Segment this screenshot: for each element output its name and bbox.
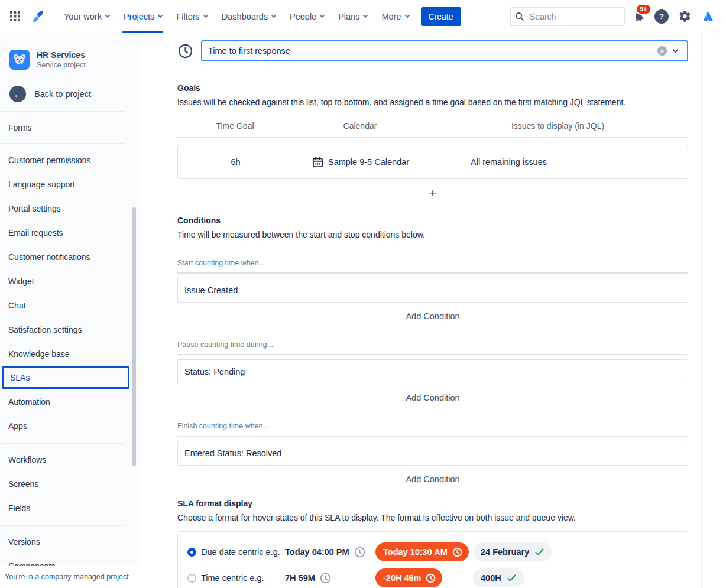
sidebar-item-satisfaction-settings[interactable]: Satisfaction settings bbox=[0, 317, 140, 342]
nav-item-more[interactable]: More bbox=[374, 0, 416, 33]
met-sla-pill: 400H bbox=[473, 568, 524, 587]
nav-item-projects[interactable]: Projects bbox=[116, 0, 169, 33]
divider bbox=[177, 272, 688, 274]
clear-icon[interactable]: × bbox=[657, 46, 667, 56]
start-condition-label: Start counting time when... bbox=[177, 259, 688, 267]
format-option-label: Due date centric e.g. bbox=[201, 547, 285, 557]
goals-table-header: Time Goal Calendar Issues to display (in… bbox=[177, 121, 688, 138]
format-description: Choose a format for hover states of this… bbox=[177, 513, 688, 522]
nav-item-people[interactable]: People bbox=[283, 0, 331, 33]
sla-clock-icon bbox=[177, 43, 193, 59]
column-jql: Issues to display (in JQL) bbox=[427, 121, 688, 131]
radio-selected-icon[interactable] bbox=[187, 548, 196, 557]
start-condition-value[interactable]: Issue Created bbox=[177, 278, 688, 303]
chevron-down-icon bbox=[363, 12, 368, 17]
chevron-down-icon bbox=[203, 12, 208, 17]
search-input[interactable] bbox=[510, 7, 625, 26]
notifications-button[interactable]: 9+ bbox=[628, 7, 649, 27]
settings-button[interactable] bbox=[675, 7, 695, 27]
format-example-text: Today 04:00 PM bbox=[285, 547, 349, 557]
clock-icon bbox=[452, 547, 463, 558]
sidebar-item-workflows[interactable]: Workflows bbox=[0, 447, 140, 472]
checkmark-icon bbox=[507, 573, 517, 583]
jira-logo-icon[interactable] bbox=[30, 9, 45, 24]
format-title: SLA format display bbox=[177, 499, 688, 508]
goal-row[interactable]: 6h Sample 9-5 Calendar All remaining iss… bbox=[177, 145, 688, 179]
add-pause-condition-button[interactable]: Add Condition bbox=[177, 393, 688, 402]
create-button[interactable]: Create bbox=[421, 7, 461, 26]
clock-icon bbox=[319, 572, 332, 584]
project-header: HR Services Service project bbox=[0, 50, 140, 70]
sidebar-item-fields[interactable]: Fields bbox=[0, 496, 140, 520]
sidebar-divider bbox=[2, 443, 125, 444]
gear-icon bbox=[678, 9, 692, 23]
project-type: Service project bbox=[37, 61, 86, 69]
add-finish-condition-button[interactable]: Add Condition bbox=[177, 475, 688, 484]
goal-calendar: Sample 9-5 Calendar bbox=[328, 157, 409, 167]
sidebar-item-customer-notifications[interactable]: Customer notifications bbox=[0, 245, 140, 269]
met-sla-pill: 24 February bbox=[473, 542, 552, 561]
help-button[interactable]: ? bbox=[652, 7, 672, 27]
chevron-down-icon bbox=[105, 12, 110, 17]
add-goal-button[interactable]: + bbox=[177, 186, 688, 200]
back-to-project[interactable]: ← Back to project bbox=[0, 86, 140, 102]
sidebar-item-widget[interactable]: Widget bbox=[0, 269, 140, 293]
sidebar-item-forms[interactable]: Forms bbox=[0, 112, 140, 143]
chevron-down-icon bbox=[404, 12, 409, 17]
sidebar-item-screens[interactable]: Screens bbox=[0, 472, 140, 496]
app-switcher-icon[interactable] bbox=[9, 11, 21, 22]
sidebar-item-language-support[interactable]: Language support bbox=[0, 172, 140, 196]
pause-condition-value[interactable]: Status: Pending bbox=[177, 359, 688, 384]
overdue-sla-pill: Today 10:30 AM bbox=[375, 542, 469, 561]
sidebar-item-email-requests[interactable]: Email requests bbox=[0, 220, 140, 245]
pause-condition-label: Pause counting time during... bbox=[177, 340, 688, 349]
sidebar-divider bbox=[2, 143, 125, 144]
format-option-label: Time centric e.g. bbox=[201, 573, 285, 583]
search-icon bbox=[515, 12, 524, 21]
sla-settings-panel: × Goals Issues will be checked against t… bbox=[140, 33, 726, 588]
finish-condition-value[interactable]: Entered Status: Resolved bbox=[177, 441, 688, 466]
global-search bbox=[510, 7, 625, 26]
sidebar-item-portal-settings[interactable]: Portal settings bbox=[0, 196, 140, 220]
overdue-sla-pill: -20H 46m bbox=[375, 568, 442, 587]
sidebar-item-customer-permissions[interactable]: Customer permissions bbox=[0, 148, 140, 172]
sidebar-item-versions[interactable]: Versions bbox=[0, 529, 140, 554]
clock-icon bbox=[425, 573, 436, 584]
goal-jql: All remaining issues bbox=[428, 157, 688, 167]
nav-item-dashboards[interactable]: Dashboards bbox=[215, 0, 283, 33]
atlassian-button[interactable] bbox=[698, 7, 718, 27]
top-navbar: Your work Projects Filters Dashboards Pe… bbox=[0, 0, 726, 33]
content-scrollbar-track[interactable] bbox=[701, 33, 702, 588]
project-name: HR Services bbox=[37, 50, 86, 60]
sidebar-item-apps[interactable]: Apps bbox=[0, 414, 140, 438]
add-start-condition-button[interactable]: Add Condition bbox=[177, 311, 688, 321]
nav-item-filters[interactable]: Filters bbox=[169, 0, 214, 33]
sla-name-input[interactable] bbox=[202, 46, 657, 56]
project-type-footer: You're in a company-managed project bbox=[0, 566, 140, 588]
sidebar-scrollbar[interactable] bbox=[132, 207, 136, 466]
sidebar-item-chat[interactable]: Chat bbox=[0, 293, 140, 317]
back-arrow-icon: ← bbox=[9, 86, 26, 102]
goals-description: Issues will be checked against this list… bbox=[177, 98, 688, 107]
format-option-due-date[interactable]: Due date centric e.g. Today 04:00 PM Tod… bbox=[187, 541, 678, 563]
column-time-goal: Time Goal bbox=[177, 121, 293, 131]
sidebar-item-knowledge-base[interactable]: Knowledge base bbox=[0, 342, 140, 366]
divider bbox=[177, 436, 688, 437]
nav-item-plans[interactable]: Plans bbox=[331, 0, 374, 33]
goals-title: Goals bbox=[177, 83, 688, 93]
chevron-down-icon bbox=[271, 12, 276, 17]
finish-condition-label: Finish counting time when... bbox=[177, 422, 688, 430]
format-example-text: 7H 59M bbox=[285, 573, 315, 583]
sidebar-item-automation[interactable]: Automation bbox=[0, 389, 140, 414]
chevron-down-icon[interactable] bbox=[673, 47, 679, 53]
help-icon: ? bbox=[654, 9, 669, 24]
sidebar-item-slas[interactable]: SLAs bbox=[2, 366, 129, 389]
clock-icon bbox=[354, 546, 366, 558]
chevron-down-icon bbox=[158, 12, 163, 17]
format-card: Due date centric e.g. Today 04:00 PM Tod… bbox=[177, 531, 688, 588]
nav-item-your-work[interactable]: Your work bbox=[57, 0, 116, 33]
sla-name-select[interactable]: × bbox=[201, 40, 688, 61]
atlassian-logo-icon bbox=[702, 10, 714, 22]
radio-unselected-icon[interactable] bbox=[187, 574, 196, 583]
format-option-time-centric[interactable]: Time centric e.g. 7H 59M -20H 46m bbox=[187, 567, 678, 588]
